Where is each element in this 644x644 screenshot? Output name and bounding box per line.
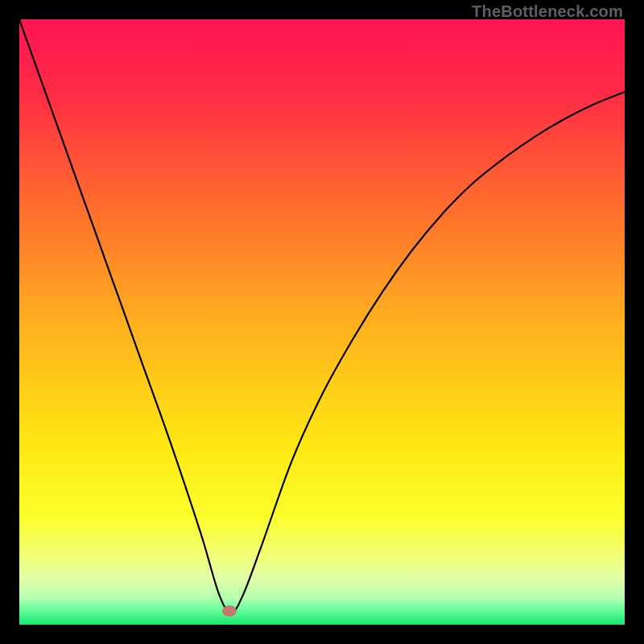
watermark-text: TheBottleneck.com	[472, 2, 623, 21]
optimal-point-marker	[222, 605, 237, 617]
chart-plot-area	[19, 19, 625, 625]
chart-curve	[19, 19, 625, 625]
